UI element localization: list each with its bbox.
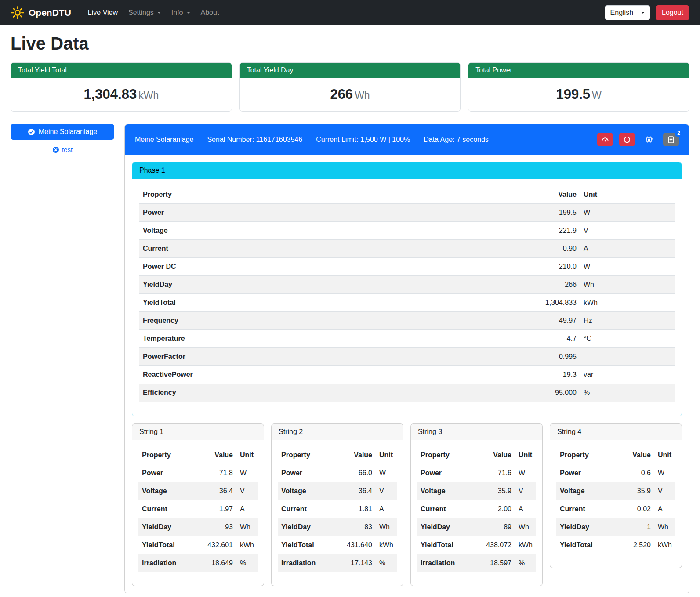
power-icon (623, 136, 631, 144)
property-cell: YieldTotal (278, 536, 335, 554)
events-button[interactable]: 2 (663, 133, 679, 146)
unit-cell (580, 348, 675, 366)
x-circle-icon (52, 146, 59, 153)
chevron-down-icon (157, 12, 161, 14)
nav-items: Live ViewSettingsInfoAbout (83, 5, 224, 20)
value-cell: 0.995 (523, 348, 580, 366)
value-cell: 0.02 (614, 500, 654, 518)
language-select[interactable]: English (605, 5, 650, 20)
unit-cell: % (376, 554, 397, 572)
logout-button[interactable]: Logout (656, 5, 689, 20)
table-header-row: PropertyValueUnit (139, 186, 675, 204)
unit-cell: V (236, 482, 258, 500)
value-cell: 35.9 (614, 482, 654, 500)
string-card-title: String 2 (272, 424, 403, 440)
nav-item-settings[interactable]: Settings (124, 5, 165, 20)
summary-card-title: Total Power (468, 63, 689, 78)
content-row: Meine Solaranlage test Meine Solaranlage… (11, 124, 689, 593)
brand[interactable]: OpenDTU (11, 6, 71, 20)
table-row: Power71.8W (138, 464, 258, 482)
value-cell: 93 (196, 518, 236, 536)
table-row: YieldTotal431.640kWh (278, 536, 397, 554)
property-cell: ReactivePower (139, 366, 523, 384)
table-row: YieldDay266Wh (139, 276, 675, 294)
inverter-link-label: test (62, 146, 73, 153)
inverter-data-age: Data Age: 7 seconds (424, 136, 489, 144)
nav-item-label: Settings (128, 9, 154, 17)
speedometer-icon (601, 136, 609, 144)
summary-card-body: 266Wh (240, 78, 461, 111)
table-row: Voltage35.9V (417, 482, 536, 500)
property-cell: Power (417, 464, 475, 482)
table-row: Irradiation18.649% (138, 554, 258, 572)
property-cell: PowerFactor (139, 348, 523, 366)
property-cell: Power (138, 464, 196, 482)
inverter-name: Meine Solaranlage (135, 136, 193, 144)
device-info-button[interactable] (641, 133, 657, 146)
phase-card-body: PropertyValueUnitPower199.5WVoltage221.9… (132, 179, 682, 416)
string-card-body: PropertyValueUnitPower0.6WVoltage35.9VCu… (550, 440, 682, 568)
table-row: Voltage35.9V (556, 482, 675, 500)
inverter-select-meine-solaranlage[interactable]: Meine Solaranlage (11, 124, 114, 140)
property-cell: YieldDay (278, 518, 335, 536)
page-title: Live Data (11, 34, 689, 54)
limit-settings-button[interactable] (597, 133, 613, 146)
table-row: Current1.97A (138, 500, 258, 518)
nav-item-live-view[interactable]: Live View (83, 5, 122, 20)
inverter-list: Meine Solaranlage test (11, 124, 114, 154)
value-cell: 1 (614, 518, 654, 536)
table-row: Power199.5W (139, 204, 675, 222)
value-cell: 71.6 (475, 464, 515, 482)
unit-cell: A (515, 500, 536, 518)
data-table: PropertyValueUnitPower71.8WVoltage36.4VC… (138, 446, 258, 572)
property-cell: Irradiation (417, 554, 475, 572)
summary-cards: Total Yield Total1,304.83kWhTotal Yield … (11, 62, 689, 112)
table-row: Current1.81A (278, 500, 397, 518)
property-cell: Irradiation (278, 554, 335, 572)
property-cell: Temperature (139, 330, 523, 348)
unit-cell: Wh (654, 518, 675, 536)
string-cards: String 1PropertyValueUnitPower71.8WVolta… (132, 423, 682, 586)
inverter-card-body: Phase 1 PropertyValueUnitPower199.5WVolt… (125, 155, 689, 593)
table-row: Irradiation17.143% (278, 554, 397, 572)
summary-card-body: 199.5W (468, 78, 689, 111)
table-row: Voltage36.4V (138, 482, 258, 500)
table-row: YieldDay93Wh (138, 518, 258, 536)
summary-card-value: 1,304.83 (84, 87, 137, 102)
value-cell: 2.520 (614, 536, 654, 554)
unit-cell: Hz (580, 312, 675, 330)
table-header-row: PropertyValueUnit (417, 446, 536, 464)
property-cell: YieldTotal (417, 536, 475, 554)
property-cell: Voltage (278, 482, 335, 500)
inverter-select-test[interactable]: test (50, 145, 75, 154)
summary-card-value: 199.5 (556, 87, 591, 102)
unit-cell: W (236, 464, 258, 482)
unit-cell: Wh (515, 518, 536, 536)
string-card-string-1: String 1PropertyValueUnitPower71.8WVolta… (132, 423, 264, 586)
power-button[interactable] (619, 133, 635, 146)
value-cell: 266 (523, 276, 580, 294)
phase-card: Phase 1 PropertyValueUnitPower199.5WVolt… (132, 162, 682, 416)
summary-card-title: Total Yield Total (11, 63, 232, 78)
property-cell: Voltage (417, 482, 475, 500)
nav-item-info[interactable]: Info (167, 5, 195, 20)
value-cell: 36.4 (335, 482, 376, 500)
nav-item-about[interactable]: About (196, 5, 224, 20)
value-cell: 2.00 (475, 500, 515, 518)
unit-cell: V (580, 222, 675, 240)
column-header: Value (475, 446, 515, 464)
chevron-down-icon (641, 12, 645, 14)
property-cell: Voltage (139, 222, 523, 240)
unit-cell: kWh (515, 536, 536, 554)
summary-card-total-yield-day: Total Yield Day266Wh (239, 62, 461, 112)
table-row: Temperature4.7°C (139, 330, 675, 348)
check-circle-icon (28, 128, 35, 136)
cpu-icon (645, 136, 653, 144)
property-cell: Current (139, 240, 523, 258)
column-header: Property (139, 186, 523, 204)
property-cell: Current (278, 500, 335, 518)
unit-cell: Wh (236, 518, 258, 536)
table-row: YieldTotal432.601kWh (138, 536, 258, 554)
nav-item-label: Info (171, 9, 183, 17)
inverter-serial: Serial Number: 116171603546 (207, 136, 302, 144)
